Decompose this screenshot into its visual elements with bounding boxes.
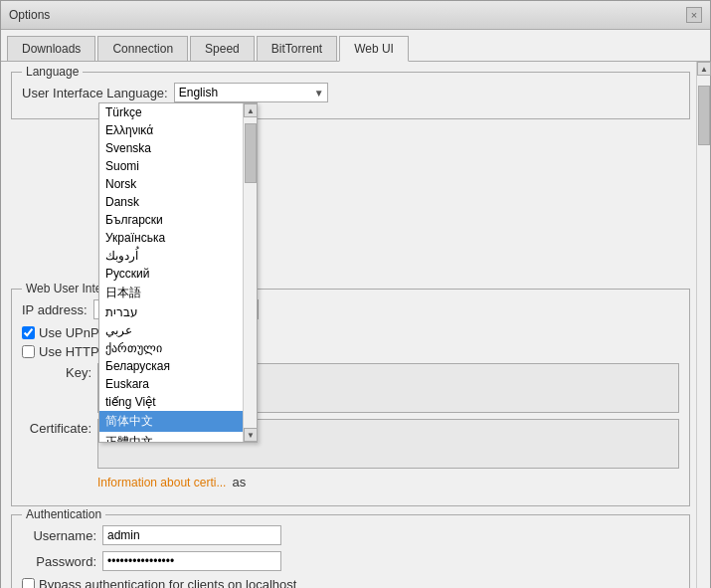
bypass1-label: Bypass authentication for clients on loc…: [39, 577, 296, 588]
tab-webui[interactable]: Web UI: [339, 36, 409, 62]
language-select-wrapper[interactable]: ▼: [174, 83, 328, 102]
language-item-finnish[interactable]: Suomi: [99, 157, 257, 175]
tab-speed[interactable]: Speed: [190, 36, 255, 61]
certificate-label: Certificate:: [22, 419, 91, 436]
tab-downloads[interactable]: Downloads: [7, 36, 95, 61]
https-checkbox[interactable]: [22, 345, 35, 358]
bypass1-row: Bypass authentication for clients on loc…: [22, 577, 679, 588]
certificate-info-link[interactable]: Information about certi...: [97, 476, 226, 490]
language-row: User Interface Language: ▼: [22, 83, 679, 102]
language-group: Language User Interface Language: ▼ Türk…: [11, 72, 690, 119]
username-row: Username:: [22, 525, 679, 545]
language-item-belarusian[interactable]: Беларуская: [99, 357, 257, 375]
language-input[interactable]: [174, 83, 328, 102]
title-bar: Options ×: [1, 1, 710, 30]
language-item-ukrainian[interactable]: Українська: [99, 229, 257, 247]
language-item-swedish[interactable]: Svenska: [99, 139, 257, 157]
password-label: Password:: [22, 554, 96, 569]
language-item-turkce[interactable]: Türkçe: [99, 103, 257, 121]
language-item-urdu[interactable]: اُردوبك: [99, 247, 257, 265]
main-content: Language User Interface Language: ▼ Türk…: [1, 62, 710, 588]
language-item-georgian[interactable]: ქართული: [99, 339, 257, 357]
language-item-dansk[interactable]: Dansk: [99, 193, 257, 211]
upnp-checkbox[interactable]: [22, 326, 35, 339]
tab-bar: Downloads Connection Speed BitTorrent We…: [1, 30, 710, 62]
info-row: Information about certi... as: [22, 475, 679, 490]
options-window: Options × Downloads Connection Speed Bit…: [0, 0, 711, 588]
language-item-simplified_chinese[interactable]: 简体中文: [99, 411, 257, 432]
main-scrollbar[interactable]: ▲ ▼: [696, 62, 710, 588]
language-item-arabic[interactable]: عربي: [99, 321, 257, 339]
language-item-bulgarian[interactable]: Български: [99, 211, 257, 229]
language-item-vietnamese[interactable]: tiếng Việt: [99, 393, 257, 411]
language-item-hebrew[interactable]: עברית: [99, 303, 257, 321]
ip-label: IP address:: [22, 302, 88, 317]
language-item-russian[interactable]: Русский: [99, 265, 257, 283]
scrollbar-down-button[interactable]: ▼: [244, 428, 258, 442]
close-button[interactable]: ×: [686, 7, 702, 23]
language-group-label: Language: [22, 65, 83, 79]
language-item-greek[interactable]: Ελληνικά: [99, 121, 257, 139]
info-suffix: as: [232, 475, 246, 490]
window-title: Options: [9, 8, 50, 22]
language-item-basque[interactable]: Euskara: [99, 375, 257, 393]
ui-language-label: User Interface Language:: [22, 86, 168, 100]
dropdown-scrollbar[interactable]: ▲ ▼: [243, 103, 257, 442]
language-item-traditional_chinese[interactable]: 正體中文: [99, 432, 257, 442]
language-list: TürkçeΕλληνικάSvenskaSuomiNorskDanskБълг…: [99, 103, 257, 442]
auth-group: Authentication Username: Password: Bypas…: [11, 514, 690, 588]
language-dropdown: TürkçeΕλληνικάSvenskaSuomiNorskDanskБълг…: [98, 102, 258, 443]
scrollbar-thumb[interactable]: [245, 123, 257, 183]
password-row: Password:: [22, 551, 679, 571]
username-input[interactable]: [102, 525, 281, 545]
main-scrollbar-thumb[interactable]: [698, 86, 710, 145]
language-item-norsk[interactable]: Norsk: [99, 175, 257, 193]
bypass1-checkbox[interactable]: [22, 578, 35, 588]
password-input[interactable]: [102, 551, 281, 571]
tab-bittorrent[interactable]: BitTorrent: [257, 36, 337, 61]
scrollbar-up-button[interactable]: ▲: [244, 103, 258, 117]
main-scrollbar-up[interactable]: ▲: [697, 62, 711, 76]
language-item-japanese[interactable]: 日本語: [99, 283, 257, 303]
key-label: Key:: [22, 363, 91, 380]
auth-group-label: Authentication: [22, 507, 105, 521]
username-label: Username:: [22, 528, 96, 543]
tab-connection[interactable]: Connection: [97, 36, 188, 61]
